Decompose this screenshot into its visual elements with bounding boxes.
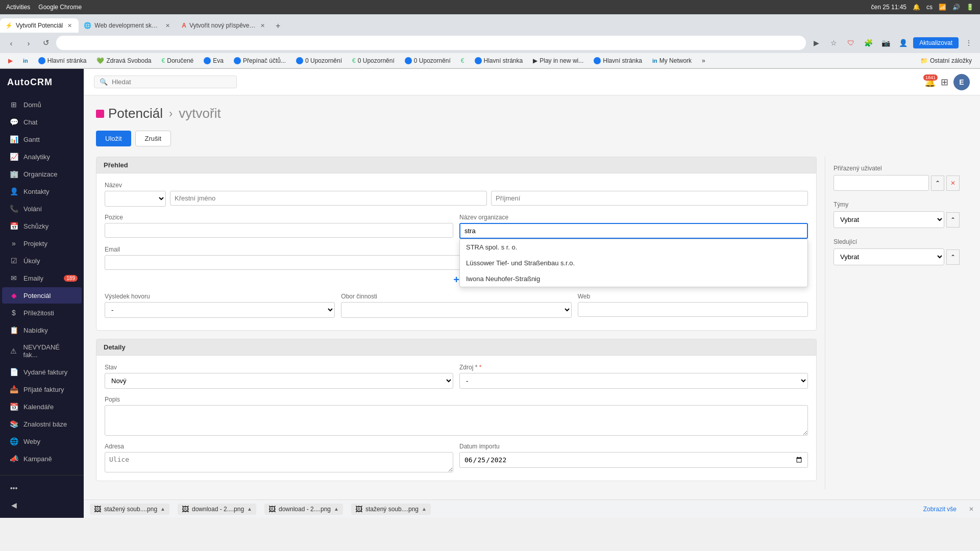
bookmark-upozorneni3[interactable]: 0 Upozornění — [401, 56, 455, 65]
save-button[interactable]: Uložit — [96, 131, 131, 146]
address-bar[interactable]: crm.wpdistro.cz/#Lead/create — [56, 36, 806, 50]
tab-1[interactable]: ⚡ Vytvořit Potenciál ✕ — [0, 18, 79, 33]
sidebar-item-potencial[interactable]: ◆ Potenciál — [2, 287, 82, 304]
cancel-button[interactable]: Zrušit — [135, 131, 172, 146]
dropdown-item-1[interactable]: STRA spol. s r. o. — [460, 239, 807, 255]
web-input[interactable] — [578, 302, 808, 317]
bookmark-hlavni2[interactable]: Hlavní stránka — [471, 56, 527, 65]
sidebar-item-projekty[interactable]: » Projekty — [2, 235, 82, 252]
first-name-input[interactable] — [170, 191, 487, 206]
bookmark-hlavni1[interactable]: Hlavní stránka — [34, 56, 91, 65]
bookmark-ostatni[interactable]: 📁Ostatní záložky — [916, 56, 976, 65]
menu-button[interactable]: ⋮ — [962, 36, 976, 50]
download-item-2[interactable]: 🖼 download - 2....png ▲ — [178, 504, 256, 515]
download-1-expand[interactable]: ▲ — [160, 506, 165, 512]
tab-2[interactable]: 🌐 Web development skupin... ✕ — [79, 18, 177, 33]
adblocker-icon[interactable]: 🛡 — [844, 36, 858, 50]
cast-button[interactable]: ▶ — [809, 36, 823, 50]
download-3-expand[interactable]: ▲ — [334, 506, 339, 512]
dropdown-item-3[interactable]: Iwona Neuhofer-Straßnig — [460, 271, 807, 287]
assigned-user-input[interactable]: Eva Strejcová — [834, 175, 929, 191]
last-name-input[interactable] — [491, 191, 808, 206]
sidebar-item-domu[interactable]: ⊞ Domů — [2, 96, 82, 113]
sidebar-item-kampane[interactable]: 📣 Kampaně — [2, 450, 82, 467]
sidebar-item-volani[interactable]: 📞 Volání — [2, 201, 82, 217]
bookmark-mynetwork[interactable]: inMy Network — [648, 56, 696, 65]
dropdown-item-2[interactable]: Lüssower Tief- und Straßenbau s.r.o. — [460, 255, 807, 271]
forward-button[interactable]: › — [21, 36, 36, 50]
downloads-close-button[interactable]: ✕ — [969, 506, 974, 513]
bookmark-dorucene[interactable]: €Doručené — [158, 56, 198, 65]
bookmark-youtube[interactable]: ▶ — [4, 56, 17, 65]
profile-button[interactable]: 👤 — [896, 36, 910, 50]
download-item-1[interactable]: 🖼 stažený soub....png ▲ — [90, 504, 169, 515]
bookmark-prepinac[interactable]: Přepínač účtů... — [230, 56, 290, 65]
bookmark-linkedin[interactable]: in — [19, 57, 32, 65]
tab-3-close[interactable]: ✕ — [259, 22, 266, 30]
adresa-input[interactable] — [105, 452, 453, 472]
bookmark-upozorneni1[interactable]: 0 Upozornění — [292, 56, 346, 65]
vysledek-hovoru-select[interactable]: - — [105, 302, 335, 318]
sidebar-item-kalendare[interactable]: 📆 Kalendáře — [2, 398, 82, 415]
sidebar-item-chat[interactable]: 💬 Chat — [2, 114, 82, 130]
stav-select[interactable]: Nový Přiřazený V procesu — [105, 373, 453, 389]
bookmark-play[interactable]: ▶Play in new wi... — [529, 56, 587, 65]
sidebar-item-kontakty[interactable]: 👤 Kontakty — [2, 183, 82, 199]
sidebar-item-prilezitosti[interactable]: $ Příležitosti — [2, 305, 82, 321]
obor-cinnosti-select[interactable] — [341, 302, 571, 318]
zdroj-select[interactable]: - — [459, 373, 808, 389]
bookmark-upozorneni2[interactable]: €0 Upozornění — [348, 56, 399, 65]
bookmark-hlavni3[interactable]: Hlavní stránka — [590, 56, 646, 65]
sidebar-item-prijate-faktury[interactable]: 📥 Přijaté faktury — [2, 381, 82, 397]
sidebar-item-gantt[interactable]: 📊 Gantt — [2, 131, 82, 147]
following-expand-button[interactable]: ⌃ — [946, 249, 960, 265]
search-input[interactable] — [112, 78, 231, 86]
sidebar-collapse[interactable]: ◀ — [2, 497, 82, 513]
assigned-user-expand-button[interactable]: ⌃ — [931, 176, 944, 191]
assigned-user-clear-button[interactable]: ✕ — [946, 176, 960, 191]
nazev-org-input[interactable] — [459, 223, 808, 239]
download-2-expand[interactable]: ▲ — [247, 506, 252, 512]
user-avatar[interactable]: E — [953, 74, 970, 90]
sidebar-item-vydane-faktury[interactable]: 📄 Vydané faktury — [2, 364, 82, 380]
bookmark-more[interactable]: » — [698, 56, 709, 65]
sidebar-item-analytiky[interactable]: 📈 Analytiky — [2, 148, 82, 165]
view-all-button[interactable]: Zobrazit vše — [923, 506, 957, 513]
teams-expand-button[interactable]: ⌃ — [946, 212, 960, 228]
sidebar-item-weby[interactable]: 🌐 Weby — [2, 433, 82, 449]
sidebar-item-emaily[interactable]: ✉ Emaily 189 — [2, 270, 82, 286]
sidebar-item-schuzky[interactable]: 📅 Schůzky — [2, 218, 82, 234]
extensions-button[interactable]: 🧩 — [861, 36, 875, 50]
os-activities[interactable]: Activities — [6, 4, 30, 11]
notifications-button[interactable]: 🔔 1841 — [924, 77, 936, 88]
reload-button[interactable]: ↺ — [39, 36, 53, 50]
bookmark-zdrava[interactable]: 💚Zdravá Svoboda — [92, 56, 155, 65]
sidebar-more[interactable]: ••• — [2, 480, 82, 496]
sidebar-item-organizace[interactable]: 🏢 Organizace — [2, 166, 82, 182]
download-4-expand[interactable]: ▲ — [422, 506, 427, 512]
tab-3[interactable]: A Vytvořit nový příspěvek × ✕ — [177, 18, 272, 33]
tab-1-close[interactable]: ✕ — [66, 22, 74, 30]
download-item-3[interactable]: 🖼 download - 2....png ▲ — [264, 504, 343, 515]
grid-button[interactable]: ⊞ — [941, 77, 948, 88]
download-item-4[interactable]: 🖼 stažený soub....png ▲ — [351, 504, 431, 515]
datum-importu-input[interactable] — [459, 452, 808, 468]
pozice-input[interactable] — [105, 223, 453, 238]
sidebar-item-nevydane[interactable]: ⚠ NEVYDANÉ fak... — [2, 339, 82, 363]
following-select[interactable]: Vybrat — [834, 248, 944, 265]
sidebar-item-znalostni[interactable]: 📚 Znalostní báze — [2, 416, 82, 432]
sidebar-item-ukoly[interactable]: ☑ Úkoly — [2, 253, 82, 269]
sidebar-item-nabidky[interactable]: 📋 Nabídky — [2, 322, 82, 338]
os-lang[interactable]: cs — [926, 4, 933, 11]
update-button[interactable]: Aktualizovat — [913, 37, 959, 48]
title-select[interactable]: Mr. Ms. Dr. — [105, 191, 166, 207]
teams-select[interactable]: Vybrat — [834, 211, 944, 228]
search-bar[interactable]: 🔍 — [94, 76, 237, 88]
bookmark-eva[interactable]: Eva — [200, 56, 228, 65]
bookmark-button[interactable]: ☆ — [826, 36, 841, 50]
screenshot-button[interactable]: 📷 — [878, 36, 893, 50]
new-tab-button[interactable]: + — [272, 19, 284, 33]
popis-textarea[interactable] — [105, 405, 808, 436]
bookmark-euro2[interactable]: € — [457, 56, 469, 65]
back-button[interactable]: ‹ — [4, 36, 18, 50]
